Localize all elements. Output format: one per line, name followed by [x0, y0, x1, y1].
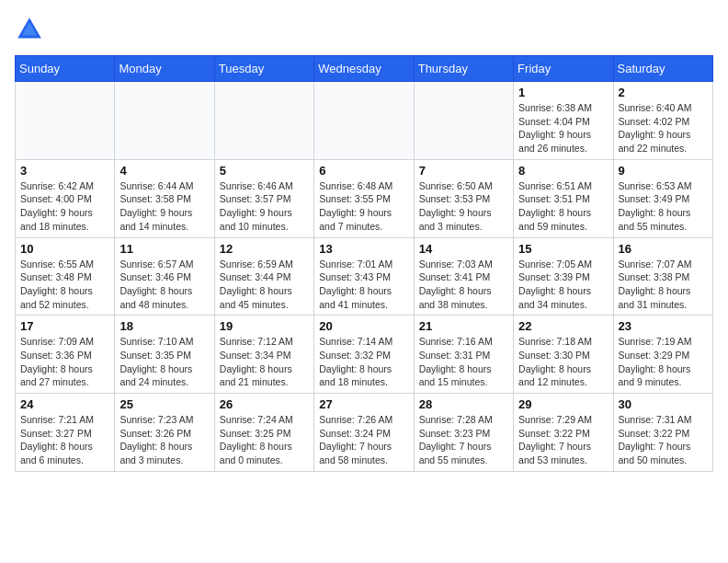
calendar-cell: 1Sunrise: 6:38 AM Sunset: 4:04 PM Daylig…	[514, 82, 613, 160]
day-number: 1	[518, 86, 608, 99]
calendar-week-4: 17Sunrise: 7:09 AM Sunset: 3:36 PM Dayli…	[16, 316, 713, 394]
day-number: 27	[319, 397, 408, 411]
calendar-cell: 4Sunrise: 6:44 AM Sunset: 3:58 PM Daylig…	[115, 159, 214, 237]
day-number: 24	[20, 397, 109, 411]
calendar-header-wednesday: Wednesday	[314, 56, 414, 82]
day-info: Sunrise: 6:42 AM Sunset: 4:00 PM Dayligh…	[20, 179, 109, 234]
calendar-header-friday: Friday	[514, 56, 613, 82]
day-info: Sunrise: 7:09 AM Sunset: 3:36 PM Dayligh…	[20, 335, 109, 389]
calendar-header-thursday: Thursday	[414, 56, 513, 82]
calendar-cell	[414, 82, 513, 160]
logo-icon	[15, 15, 44, 44]
day-number: 25	[119, 397, 209, 411]
day-info: Sunrise: 6:48 AM Sunset: 3:55 PM Dayligh…	[319, 179, 408, 234]
calendar-cell: 22Sunrise: 7:18 AM Sunset: 3:30 PM Dayli…	[514, 316, 613, 394]
day-info: Sunrise: 7:28 AM Sunset: 3:23 PM Dayligh…	[419, 413, 508, 467]
day-number: 19	[220, 319, 309, 333]
day-info: Sunrise: 6:38 AM Sunset: 4:04 PM Dayligh…	[518, 101, 608, 155]
day-info: Sunrise: 7:21 AM Sunset: 3:27 PM Dayligh…	[20, 413, 109, 467]
day-number: 26	[220, 397, 309, 411]
calendar-week-3: 10Sunrise: 6:55 AM Sunset: 3:48 PM Dayli…	[16, 237, 713, 316]
day-number: 23	[619, 319, 708, 333]
day-number: 15	[518, 242, 608, 256]
day-number: 29	[518, 397, 608, 411]
calendar-cell: 24Sunrise: 7:21 AM Sunset: 3:27 PM Dayli…	[16, 394, 115, 472]
calendar-header-sunday: Sunday	[16, 56, 115, 82]
day-info: Sunrise: 7:10 AM Sunset: 3:35 PM Dayligh…	[119, 335, 209, 389]
day-number: 18	[119, 319, 209, 333]
day-info: Sunrise: 7:24 AM Sunset: 3:25 PM Dayligh…	[220, 413, 309, 467]
calendar-header-row: SundayMondayTuesdayWednesdayThursdayFrid…	[16, 56, 713, 82]
day-info: Sunrise: 7:01 AM Sunset: 3:43 PM Dayligh…	[319, 258, 408, 312]
day-info: Sunrise: 7:19 AM Sunset: 3:29 PM Dayligh…	[619, 335, 708, 389]
calendar-cell: 28Sunrise: 7:28 AM Sunset: 3:23 PM Dayli…	[414, 394, 513, 472]
day-number: 9	[619, 164, 708, 178]
day-info: Sunrise: 6:57 AM Sunset: 3:46 PM Dayligh…	[119, 258, 209, 312]
day-info: Sunrise: 7:29 AM Sunset: 3:22 PM Dayligh…	[518, 413, 608, 467]
day-number: 8	[518, 164, 608, 178]
calendar-cell: 19Sunrise: 7:12 AM Sunset: 3:34 PM Dayli…	[214, 316, 313, 394]
calendar-cell: 21Sunrise: 7:16 AM Sunset: 3:31 PM Dayli…	[414, 316, 513, 394]
calendar-table: SundayMondayTuesdayWednesdayThursdayFrid…	[15, 55, 713, 472]
day-number: 21	[419, 319, 508, 333]
day-info: Sunrise: 6:51 AM Sunset: 3:51 PM Dayligh…	[518, 179, 608, 234]
day-info: Sunrise: 7:05 AM Sunset: 3:39 PM Dayligh…	[518, 258, 608, 312]
calendar-cell: 26Sunrise: 7:24 AM Sunset: 3:25 PM Dayli…	[214, 394, 313, 472]
day-info: Sunrise: 7:16 AM Sunset: 3:31 PM Dayligh…	[419, 335, 508, 389]
day-number: 28	[419, 397, 508, 411]
day-number: 12	[220, 242, 309, 256]
page-header	[15, 15, 713, 44]
calendar-cell: 29Sunrise: 7:29 AM Sunset: 3:22 PM Dayli…	[514, 394, 613, 472]
day-number: 10	[20, 242, 109, 256]
calendar-cell: 27Sunrise: 7:26 AM Sunset: 3:24 PM Dayli…	[314, 394, 414, 472]
day-info: Sunrise: 7:03 AM Sunset: 3:41 PM Dayligh…	[419, 258, 508, 312]
day-number: 4	[119, 164, 209, 178]
calendar-cell: 30Sunrise: 7:31 AM Sunset: 3:22 PM Dayli…	[613, 394, 712, 472]
calendar-week-2: 3Sunrise: 6:42 AM Sunset: 4:00 PM Daylig…	[16, 159, 713, 237]
day-number: 11	[119, 242, 209, 256]
day-number: 14	[419, 242, 508, 256]
day-info: Sunrise: 7:26 AM Sunset: 3:24 PM Dayligh…	[319, 413, 408, 467]
day-number: 22	[518, 319, 608, 333]
calendar-header-tuesday: Tuesday	[214, 56, 313, 82]
day-number: 2	[619, 86, 708, 99]
day-info: Sunrise: 6:40 AM Sunset: 4:02 PM Dayligh…	[619, 101, 708, 155]
day-number: 20	[319, 319, 408, 333]
day-number: 13	[319, 242, 408, 256]
day-number: 7	[419, 164, 508, 178]
calendar-header-monday: Monday	[115, 56, 214, 82]
calendar-cell: 12Sunrise: 6:59 AM Sunset: 3:44 PM Dayli…	[214, 237, 313, 316]
day-number: 3	[20, 164, 109, 178]
day-info: Sunrise: 6:46 AM Sunset: 3:57 PM Dayligh…	[220, 179, 309, 234]
day-number: 30	[619, 397, 708, 411]
calendar-cell: 10Sunrise: 6:55 AM Sunset: 3:48 PM Dayli…	[16, 237, 115, 316]
calendar-cell: 17Sunrise: 7:09 AM Sunset: 3:36 PM Dayli…	[16, 316, 115, 394]
day-info: Sunrise: 6:59 AM Sunset: 3:44 PM Dayligh…	[220, 258, 309, 312]
day-info: Sunrise: 6:44 AM Sunset: 3:58 PM Dayligh…	[119, 179, 209, 234]
day-info: Sunrise: 7:07 AM Sunset: 3:38 PM Dayligh…	[619, 258, 708, 312]
calendar-cell	[16, 82, 115, 160]
calendar-week-5: 24Sunrise: 7:21 AM Sunset: 3:27 PM Dayli…	[16, 394, 713, 472]
calendar-cell: 11Sunrise: 6:57 AM Sunset: 3:46 PM Dayli…	[115, 237, 214, 316]
calendar-cell	[214, 82, 313, 160]
day-info: Sunrise: 6:50 AM Sunset: 3:53 PM Dayligh…	[419, 179, 508, 234]
calendar-cell: 16Sunrise: 7:07 AM Sunset: 3:38 PM Dayli…	[613, 237, 712, 316]
day-info: Sunrise: 7:18 AM Sunset: 3:30 PM Dayligh…	[518, 335, 608, 389]
calendar-cell	[314, 82, 414, 160]
calendar-cell: 15Sunrise: 7:05 AM Sunset: 3:39 PM Dayli…	[514, 237, 613, 316]
day-number: 17	[20, 319, 109, 333]
day-info: Sunrise: 7:23 AM Sunset: 3:26 PM Dayligh…	[119, 413, 209, 467]
calendar-week-1: 1Sunrise: 6:38 AM Sunset: 4:04 PM Daylig…	[16, 82, 713, 160]
calendar-header-saturday: Saturday	[613, 56, 712, 82]
calendar-cell	[115, 82, 214, 160]
calendar-cell: 14Sunrise: 7:03 AM Sunset: 3:41 PM Dayli…	[414, 237, 513, 316]
calendar-cell: 8Sunrise: 6:51 AM Sunset: 3:51 PM Daylig…	[514, 159, 613, 237]
calendar-cell: 2Sunrise: 6:40 AM Sunset: 4:02 PM Daylig…	[613, 82, 712, 160]
calendar-cell: 6Sunrise: 6:48 AM Sunset: 3:55 PM Daylig…	[314, 159, 414, 237]
calendar-cell: 20Sunrise: 7:14 AM Sunset: 3:32 PM Dayli…	[314, 316, 414, 394]
calendar-cell: 5Sunrise: 6:46 AM Sunset: 3:57 PM Daylig…	[214, 159, 313, 237]
calendar-cell: 25Sunrise: 7:23 AM Sunset: 3:26 PM Dayli…	[115, 394, 214, 472]
calendar-cell: 9Sunrise: 6:53 AM Sunset: 3:49 PM Daylig…	[613, 159, 712, 237]
logo	[15, 15, 48, 44]
calendar-cell: 3Sunrise: 6:42 AM Sunset: 4:00 PM Daylig…	[16, 159, 115, 237]
